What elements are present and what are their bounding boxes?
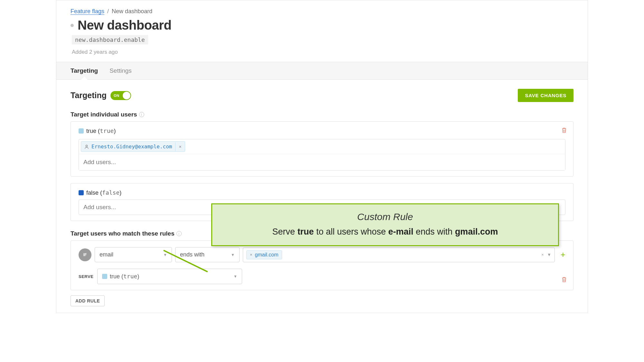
svg-point-0 (86, 145, 87, 146)
swatch-true-icon (102, 274, 107, 279)
callout-text: Serve (272, 227, 298, 237)
targeting-heading-group: Targeting ON (71, 91, 131, 100)
individual-users-heading-text: Target individual users (71, 111, 137, 118)
rule-card: IF email ▼ ends with ▼ × gmail.com × (71, 240, 573, 290)
caret-down-icon: ▼ (231, 253, 235, 257)
tabs: Targeting Settings (56, 62, 588, 80)
targeting-heading: Targeting (71, 91, 107, 100)
toggle-label: ON (114, 94, 119, 97)
serve-value-code: true (123, 273, 137, 280)
serve-row: SERVE true (true) ▼ (79, 269, 565, 284)
serve-value-label: true (110, 273, 120, 280)
breadcrumb-separator: / (107, 8, 109, 14)
individual-users-heading: Target individual users i (71, 111, 573, 118)
variation-false-code: false (102, 189, 119, 196)
variation-true-header: true (true) (79, 127, 565, 135)
save-changes-button[interactable]: SAVE CHANGES (518, 89, 573, 102)
add-users-true-input[interactable] (79, 154, 565, 170)
content: Targeting ON SAVE CHANGES Target individ… (56, 80, 588, 313)
add-condition-icon[interactable]: + (561, 250, 565, 260)
variation-false-header: false (false) (79, 189, 565, 196)
user-chip: Ernesto.Gidney@example.com × (81, 141, 185, 152)
targeting-header: Targeting ON SAVE CHANGES (71, 89, 573, 102)
callout-title: Custom Rule (222, 211, 548, 222)
value-box-controls: × ▼ (541, 252, 551, 257)
value-input[interactable]: × gmail.com × ▼ (243, 247, 555, 262)
serve-select[interactable]: true (true) ▼ (97, 269, 242, 284)
page-title: New dashboard (78, 18, 171, 32)
page-container: Feature flags / New dashboard New dashbo… (56, 0, 588, 313)
status-dot-icon (71, 24, 74, 27)
caret-down-icon: ▼ (233, 274, 237, 279)
user-icon (84, 144, 89, 149)
added-timestamp: Added 2 years ago (72, 49, 573, 55)
serve-label: SERVE (79, 274, 93, 279)
info-icon[interactable]: i (176, 231, 182, 236)
callout-bold: gmail.com (455, 227, 498, 237)
variation-true-label: true (86, 128, 96, 134)
attribute-select[interactable]: email ▼ (95, 247, 172, 262)
swatch-false-icon (79, 190, 84, 195)
if-badge: IF (79, 248, 91, 261)
targeting-toggle[interactable]: ON (110, 91, 131, 100)
page-header: Feature flags / New dashboard New dashbo… (56, 0, 588, 62)
true-users-chips: Ernesto.Gidney@example.com × (79, 139, 565, 154)
title-row: New dashboard (71, 18, 573, 32)
caret-down-icon: ▼ (163, 253, 167, 257)
callout-body: Serve true to all users whose e-mail end… (222, 227, 548, 237)
callout-text: to all users whose (314, 227, 388, 237)
operator-select-value: ends with (180, 251, 204, 258)
clear-icon[interactable]: × (541, 252, 544, 257)
value-chip-text: gmail.com (255, 252, 279, 258)
toggle-knob-icon (123, 92, 130, 99)
callout-text: ends with (413, 227, 455, 237)
add-rule-button[interactable]: ADD RULE (71, 295, 105, 306)
variation-true-card: true (true) Ernesto.Gidney@example.com × (71, 121, 573, 177)
trash-icon[interactable] (562, 127, 567, 135)
breadcrumb: Feature flags / New dashboard (71, 8, 573, 15)
breadcrumb-root-link[interactable]: Feature flags (71, 8, 104, 15)
value-chip: × gmail.com (246, 250, 282, 259)
breadcrumb-current: New dashboard (112, 8, 152, 14)
tab-settings[interactable]: Settings (109, 62, 132, 79)
swatch-true-icon (79, 128, 84, 134)
info-icon[interactable]: i (139, 112, 144, 117)
variation-true-code: true (100, 127, 114, 134)
caret-down-icon[interactable]: ▼ (547, 252, 551, 257)
rules-heading-text: Target users who match these rules (71, 230, 175, 237)
attribute-select-value: email (99, 251, 113, 258)
variation-false-label: false (86, 190, 99, 196)
value-chip-remove-icon[interactable]: × (250, 252, 252, 257)
trash-icon[interactable] (562, 277, 567, 284)
chip-remove-icon[interactable]: × (175, 142, 185, 151)
callout-box: Custom Rule Serve true to all users whos… (211, 203, 559, 246)
flag-key: new.dashboard.enable (72, 35, 148, 44)
callout-bold: e-mail (388, 227, 413, 237)
rule-condition-row: IF email ▼ ends with ▼ × gmail.com × (79, 247, 565, 262)
callout-bold: true (298, 227, 314, 237)
tab-targeting[interactable]: Targeting (71, 62, 98, 79)
user-chip-email: Ernesto.Gidney@example.com (91, 144, 172, 150)
true-users-box: Ernesto.Gidney@example.com × (79, 139, 565, 171)
